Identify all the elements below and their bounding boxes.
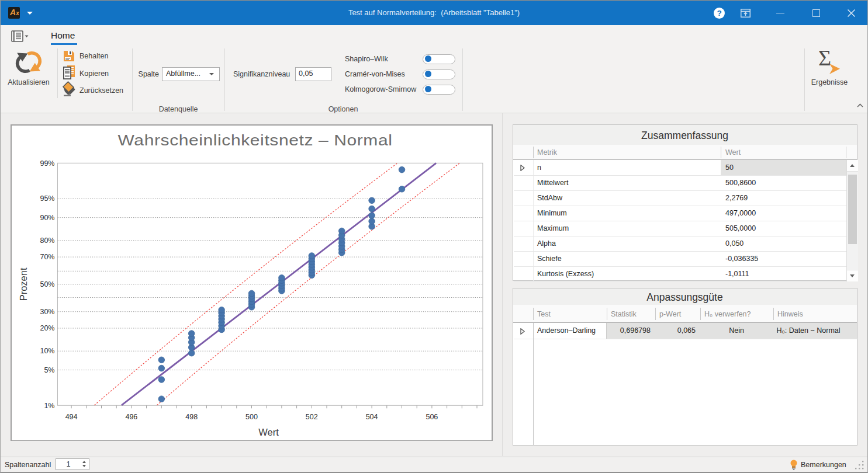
- svg-text:504: 504: [365, 413, 378, 421]
- svg-text:502: 502: [305, 413, 317, 421]
- svg-text:500: 500: [245, 413, 258, 421]
- svg-text:506: 506: [426, 413, 438, 421]
- svg-text:30%: 30%: [40, 308, 54, 316]
- svg-text:496: 496: [125, 413, 137, 421]
- svg-text:Wert: Wert: [258, 427, 279, 437]
- svg-text:1%: 1%: [44, 401, 54, 409]
- svg-text:20%: 20%: [40, 324, 54, 332]
- svg-text:498: 498: [185, 413, 198, 421]
- svg-text:5%: 5%: [44, 366, 54, 374]
- svg-text:99%: 99%: [40, 159, 54, 167]
- svg-text:50%: 50%: [40, 280, 54, 288]
- svg-text:95%: 95%: [40, 194, 54, 203]
- svg-text:80%: 80%: [40, 236, 54, 245]
- svg-text:10%: 10%: [40, 347, 54, 355]
- svg-text:Wahrscheinlichkeitsnetz – Norm: Wahrscheinlichkeitsnetz – Normal: [117, 132, 392, 148]
- svg-text:70%: 70%: [40, 253, 54, 261]
- svg-text:494: 494: [65, 413, 77, 421]
- svg-text:Prozent: Prozent: [18, 267, 29, 301]
- svg-text:90%: 90%: [40, 213, 54, 221]
